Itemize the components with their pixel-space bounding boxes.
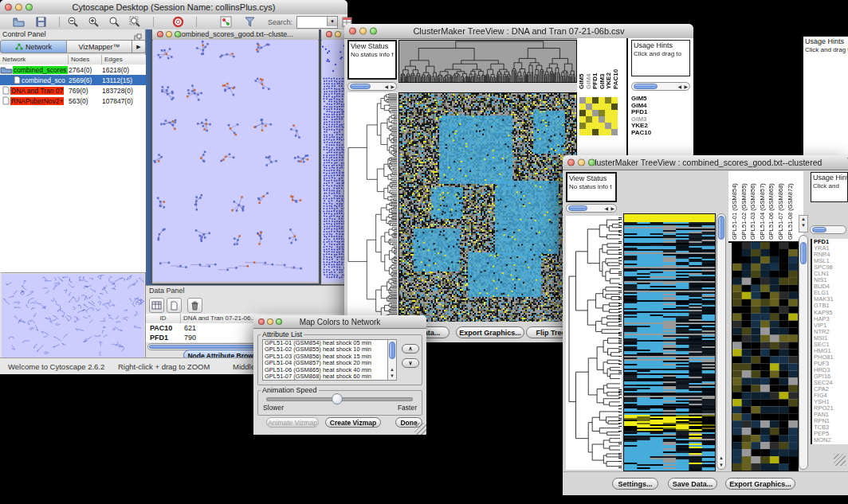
array-column-label[interactable]: GPL51-08 (GSM872) (786, 172, 795, 240)
treeview-combined-titlebar[interactable]: ClusterMaker TreeView : combined_scores_… (563, 155, 848, 170)
scroll-down-icon[interactable]: ▼ (390, 373, 395, 379)
attribute-item[interactable]: GPL51-04 (GSM857) heat shock 20 min (263, 360, 388, 366)
close-button[interactable] (5, 4, 12, 11)
attribute-item[interactable]: GPL51-01 (GSM854) heat shock 05 min (263, 340, 388, 346)
settings-button[interactable]: Settings... (612, 478, 658, 490)
zoom-heatmap[interactable] (732, 241, 799, 471)
dna-heatmap[interactable] (398, 92, 577, 323)
combined-vscrollbar[interactable]: ▲ ▼ (716, 213, 726, 470)
col-edges[interactable]: Edges (102, 55, 146, 64)
scroll-left-icon[interactable]: ◀ (384, 84, 388, 90)
network-row-selected[interactable]: combined_sco 2569(6) 13112(15) (0, 75, 146, 85)
scroll-left-icon[interactable]: ◀ (604, 205, 608, 212)
close-button[interactable] (567, 159, 575, 166)
zoom-hscrollbar[interactable] (810, 225, 846, 234)
vizmapper-icon[interactable] (220, 16, 232, 28)
scrollbar-thumb[interactable] (812, 227, 826, 232)
search-input[interactable] (298, 18, 328, 27)
network-canvas[interactable] (153, 40, 318, 282)
resize-grip[interactable] (834, 454, 846, 466)
array-column-label[interactable]: GPL51-04 (GSM857) (758, 172, 768, 240)
scrollbar-thumb[interactable] (718, 216, 724, 240)
attribute-item[interactable]: GPL51-03 (GSM856) heat shock 15 min (263, 354, 388, 360)
filter-icon[interactable] (244, 16, 256, 28)
new-attribute-icon[interactable] (167, 298, 182, 313)
scroll-right-icon[interactable]: ▶ (610, 205, 614, 212)
combined-heatmap[interactable] (623, 213, 716, 471)
window-controls[interactable] (5, 4, 33, 11)
array-column-label[interactable]: GPL51-01 (GSM854) (730, 172, 740, 240)
row-dendrogram[interactable] (347, 92, 397, 322)
zoom-button[interactable] (175, 31, 181, 37)
move-up-button[interactable]: ∧ (402, 344, 419, 354)
scrollbar-thumb[interactable] (389, 342, 395, 359)
col-nodes[interactable]: Nodes (69, 55, 102, 64)
scroll-right-icon[interactable]: ▶ (684, 84, 688, 90)
network-view-titlebar[interactable]: combined_scores_good.txt--cluste... (152, 29, 319, 41)
attribute-item[interactable]: GPL51-07 (GSM868) heat shock 60 min (263, 373, 388, 380)
zoom-vscrollbar[interactable] (799, 235, 808, 470)
network-row-combined-scores[interactable]: combined_scores 2764(0) 16218(0) (0, 64, 146, 75)
create-vizmap-button[interactable]: Create Vizmap (325, 417, 381, 428)
delete-attribute-icon[interactable] (187, 298, 202, 313)
tab-network[interactable]: Network (0, 40, 67, 53)
treeview-dna-titlebar[interactable]: ClusterMaker TreeView : DNA and Tran 07-… (344, 24, 693, 39)
zoom-button[interactable] (26, 4, 33, 11)
zoom-in-icon[interactable] (88, 16, 100, 28)
attribute-item[interactable]: GPL51-06 (GSM865) heat shock 40 min (263, 367, 388, 373)
export-graphics-button[interactable]: Export Graphics... (725, 478, 795, 490)
zoom-vscroll-arrows[interactable]: ▲ ▼ (799, 215, 808, 232)
overview-canvas[interactable] (2, 274, 144, 358)
scroll-left-icon[interactable]: ◀ (677, 84, 681, 90)
combined-left-hscrollbar[interactable]: ◀ ▶ (566, 204, 617, 213)
row-dendrogram[interactable] (566, 216, 622, 470)
network-view-window-2[interactable] (320, 29, 347, 285)
gene-row-label[interactable]: PAC10 (631, 130, 690, 137)
tab-vizmapper[interactable]: VizMapper™ (67, 40, 132, 53)
attribute-item[interactable]: GPL51-02 (GSM855) heat shock 10 min (263, 346, 388, 353)
save-icon[interactable] (35, 16, 47, 28)
network-overview[interactable] (1, 272, 145, 359)
zoom-out-icon[interactable] (67, 16, 79, 28)
save-data-button[interactable]: Save Data... (668, 478, 717, 490)
scrollbar-thumb[interactable] (800, 242, 807, 264)
zoom-fit-icon[interactable] (108, 16, 120, 28)
minimize-button[interactable] (359, 28, 367, 35)
close-button[interactable] (349, 28, 356, 35)
scrollbar-thumb[interactable] (634, 84, 658, 89)
resize-grip[interactable] (414, 423, 426, 435)
zoom-selected-icon[interactable] (129, 16, 141, 28)
network-row-dna-tran[interactable]: DNA and Tran 07 769(0) 183728(0) (0, 85, 146, 96)
attribute-list[interactable]: GPL51-01 (GSM854) heat shock 05 minGPL51… (262, 339, 389, 381)
map-colors-titlebar[interactable]: Map Colors to Network (253, 315, 426, 329)
network-row-rnapuber[interactable]: RNAPuberNov2+ 563(0) 107847(0) (0, 96, 146, 106)
minimize-button[interactable] (267, 318, 273, 325)
dna-left-hscrollbar[interactable]: ◀ ▶ (347, 82, 397, 91)
zoom-button[interactable] (370, 28, 377, 35)
col-id[interactable]: ID (146, 314, 181, 323)
search-dropdown-icon[interactable]: ▼ (327, 17, 337, 26)
zoom-button[interactable] (588, 159, 595, 166)
cytoscape-titlebar[interactable]: Cytoscape Desktop (Session Name: collins… (0, 0, 347, 15)
array-column-label[interactable]: GPL51-07 (GSM868) (776, 172, 786, 240)
close-button[interactable] (157, 31, 163, 37)
scroll-up-icon[interactable]: ▲ (390, 366, 395, 373)
minimize-button[interactable] (15, 4, 22, 11)
array-column-label[interactable]: GPL51-03 (GSM856) (748, 172, 758, 240)
scroll-down-icon[interactable]: ▼ (799, 222, 807, 229)
scroll-down-icon[interactable]: ▼ (719, 462, 724, 468)
animate-vizmap-button[interactable]: Animate Vizmap (266, 417, 319, 428)
correlation-matrix[interactable] (579, 97, 618, 135)
zoom-button[interactable] (276, 318, 282, 325)
speed-slider-thumb[interactable] (332, 393, 343, 404)
close-button[interactable] (258, 318, 265, 325)
network-view-window[interactable]: combined_scores_good.txt--cluste... (151, 29, 320, 284)
column-dendrogram[interactable] (398, 40, 577, 83)
scroll-right-icon[interactable]: ▶ (391, 84, 395, 90)
open-file-icon[interactable] (13, 16, 25, 28)
col-network[interactable]: Network (0, 55, 69, 64)
help-ring-icon[interactable] (172, 16, 184, 28)
scroll-up-icon[interactable]: ▲ (799, 216, 807, 222)
array-column-label[interactable]: GPL51-02 (GSM855) (740, 172, 749, 240)
move-down-button[interactable]: ∨ (402, 358, 419, 368)
